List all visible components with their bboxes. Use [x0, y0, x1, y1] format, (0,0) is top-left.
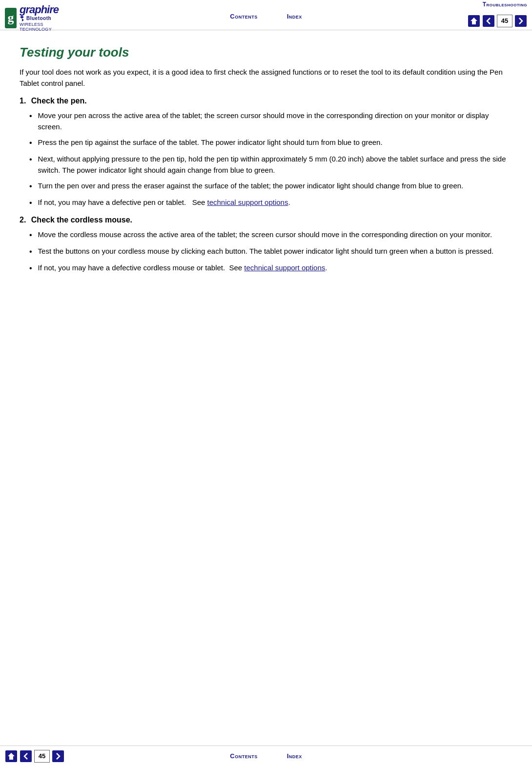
- contents-link-bottom[interactable]: Contents: [230, 752, 257, 760]
- bullet-text: Test the buttons on your cordless mouse …: [38, 246, 494, 257]
- list-item: Move the cordless mouse across the activ…: [29, 229, 512, 241]
- tech-support-link-1[interactable]: technical support options: [207, 198, 288, 206]
- section1-bullets: Move your pen across the active area of …: [20, 110, 512, 209]
- intro-paragraph: If your tool does not work as you expect…: [20, 67, 512, 89]
- section2-bullets: Move the cordless mouse across the activ…: [20, 229, 512, 274]
- home-icon-bottom: [5, 750, 18, 763]
- logo-bluetooth: Bluetooth: [26, 16, 51, 21]
- list-item: Press the pen tip against the surface of…: [29, 137, 512, 149]
- section1-title: Check the pen.: [31, 97, 87, 105]
- logo-brand: graphire: [20, 4, 59, 15]
- svg-rect-3: [515, 15, 527, 27]
- home-button-top[interactable]: [468, 15, 480, 27]
- forward-icon-bottom: [52, 750, 64, 763]
- bullet-text: If not, you may have a defective pen or …: [38, 197, 290, 208]
- svg-rect-6: [52, 750, 64, 762]
- bullet-suffix-2: .: [325, 263, 327, 272]
- bottom-nav-right: 45: [5, 750, 64, 763]
- section2-title: Check the cordless mouse.: [31, 216, 132, 224]
- forward-icon-top: [514, 15, 527, 27]
- forward-button-top[interactable]: [514, 15, 527, 27]
- list-item: Test the buttons on your cordless mouse …: [29, 246, 512, 258]
- top-nav-right: 45: [468, 15, 527, 27]
- tech-support-link-2[interactable]: technical support options: [244, 263, 325, 272]
- home-button-bottom[interactable]: [5, 750, 18, 763]
- troubleshooting-label: Troubleshooting: [483, 1, 527, 8]
- section2-heading: 2. Check the cordless mouse.: [20, 216, 512, 224]
- bullet-suffix-1: .: [288, 198, 290, 206]
- bullet-text: Turn the pen over and press the eraser a…: [38, 181, 464, 192]
- bullet-text: Move your pen across the active area of …: [38, 110, 512, 132]
- bottom-nav-center: Contents Index: [230, 752, 302, 760]
- forward-button-bottom[interactable]: [52, 750, 64, 763]
- logo-box: g graphire Bluetooth WIRELESS TECHNOLOGY: [5, 4, 59, 29]
- list-item: Move your pen across the active area of …: [29, 110, 512, 132]
- index-link-top[interactable]: Index: [287, 13, 302, 20]
- top-navigation: g graphire Bluetooth WIRELESS TECHNOLOGY…: [0, 0, 532, 30]
- section1-number: 1.: [20, 97, 26, 105]
- bullet-text: If not, you may have a defective cordles…: [38, 262, 327, 274]
- section2-number: 2.: [20, 216, 26, 224]
- list-item: Next, without applying pressure to the p…: [29, 154, 512, 176]
- page-title: Testing your tools: [20, 45, 512, 60]
- contents-link-top[interactable]: Contents: [230, 13, 257, 20]
- page-number-top: 45: [497, 15, 512, 27]
- bullet-text: Press the pen tip against the surface of…: [38, 137, 383, 148]
- top-nav-center: Contents Index: [230, 13, 302, 20]
- bullet-text: Move the cordless mouse across the activ…: [38, 229, 492, 241]
- bottom-navigation: Contents Index 45: [0, 746, 532, 766]
- home-icon-top: [468, 15, 480, 27]
- back-button-top[interactable]: [482, 15, 495, 27]
- back-button-bottom[interactable]: [20, 750, 32, 763]
- svg-rect-1: [483, 15, 494, 27]
- main-content: Testing your tools If your tool does not…: [0, 30, 532, 291]
- back-icon-bottom: [20, 750, 32, 763]
- list-item: If not, you may have a defective cordles…: [29, 262, 512, 274]
- svg-rect-5: [20, 750, 32, 762]
- index-link-bottom[interactable]: Index: [287, 752, 302, 760]
- logo-tagline: WIRELESS TECHNOLOGY: [20, 22, 59, 32]
- list-item: Turn the pen over and press the eraser a…: [29, 181, 512, 192]
- section1-heading: 1. Check the pen.: [20, 97, 512, 105]
- logo: g graphire Bluetooth WIRELESS TECHNOLOGY: [5, 4, 59, 29]
- bluetooth-icon: [20, 15, 24, 22]
- back-icon-top: [482, 15, 495, 27]
- bullet-text: Next, without applying pressure to the p…: [38, 154, 512, 176]
- page-number-bottom: 45: [34, 750, 50, 763]
- list-item: If not, you may have a defective pen or …: [29, 197, 512, 209]
